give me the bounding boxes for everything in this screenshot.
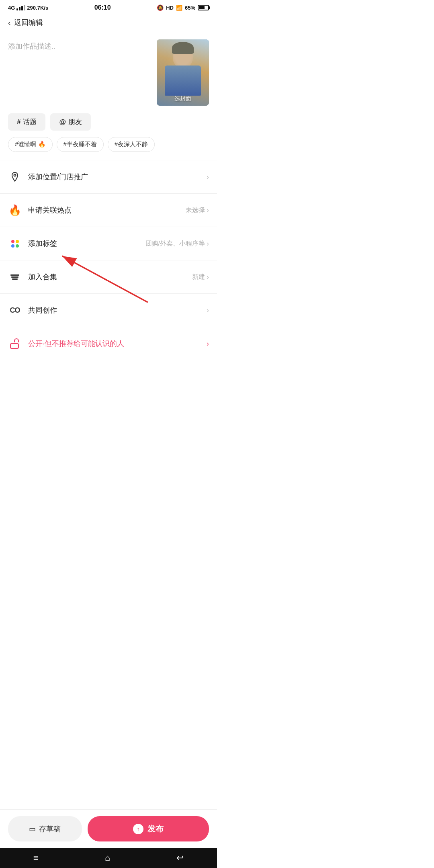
time-label: 06:10	[94, 4, 111, 11]
privacy-label: 公开·但不推荐给可能认识的人	[28, 339, 200, 348]
fire-icon-0: 🔥	[38, 141, 46, 147]
location-right: ›	[207, 173, 209, 181]
cover-image[interactable]: 选封面	[157, 39, 209, 106]
signal-icon	[16, 5, 25, 10]
cocreate-label: 共同创作	[28, 305, 200, 315]
battery-label: 65%	[185, 5, 195, 11]
lock-open-icon	[8, 337, 22, 350]
hashtag-chip-1[interactable]: #半夜睡不着	[57, 137, 104, 152]
content-area: 添加作品描述.. 选封面	[0, 33, 217, 113]
friends-label: 朋友	[68, 117, 82, 127]
hotspot-chevron: ›	[207, 206, 209, 215]
hashtag-suggestions: #谁懂啊 🔥 #半夜睡不着 #夜深人不静	[0, 137, 217, 158]
tags-hint: 团购/外卖、小程序等	[145, 240, 205, 248]
hash-icon: #	[17, 118, 20, 126]
at-icon: @	[59, 118, 66, 126]
status-bar: 4G 290.7K/s 06:10 🔕 HD 📶 65%	[0, 0, 217, 14]
collection-right: 新建 ›	[192, 273, 209, 281]
topic-button[interactable]: # 话题	[8, 113, 45, 131]
menu-section: 添加位置/门店推广 › 🔥 申请关联热点 未选择 › 添加标签 团购/外卖、小程…	[0, 162, 217, 358]
location-chevron: ›	[207, 173, 209, 181]
location-label: 添加位置/门店推广	[28, 172, 200, 182]
svg-point-0	[14, 174, 16, 176]
menu-item-privacy[interactable]: 公开·但不推荐给可能认识的人 ›	[0, 329, 217, 358]
menu-item-location[interactable]: 添加位置/门店推广 ›	[0, 162, 217, 192]
spacer	[0, 358, 217, 399]
hashtag-chip-2[interactable]: #夜深人不静	[108, 137, 155, 152]
topic-label: 话题	[23, 117, 37, 127]
divider-top	[0, 160, 217, 160]
divider-1	[0, 193, 217, 194]
tags-right: 团购/外卖、小程序等 ›	[145, 240, 209, 248]
carrier-label: 4G	[8, 5, 15, 11]
back-button[interactable]: ‹ 返回编辑	[8, 18, 43, 27]
tag-buttons: # 话题 @ 朋友	[0, 113, 217, 137]
tags-dots-icon	[8, 237, 22, 250]
divider-5	[0, 327, 217, 327]
friends-button[interactable]: @ 朋友	[50, 113, 91, 131]
description-input[interactable]: 添加作品描述..	[8, 39, 151, 52]
menu-item-tags[interactable]: 添加标签 团购/外卖、小程序等 ›	[0, 229, 217, 258]
nav-bar: ‹ 返回编辑	[0, 14, 217, 33]
hashtag-text-2: #夜深人不静	[115, 141, 148, 147]
bell-icon: 🔕	[157, 4, 164, 11]
back-label: 返回编辑	[14, 18, 43, 27]
divider-4	[0, 293, 217, 294]
menu-item-hotspot[interactable]: 🔥 申请关联热点 未选择 ›	[0, 195, 217, 225]
privacy-right: ›	[207, 340, 209, 348]
menu-item-collection[interactable]: 加入合集 新建 ›	[0, 262, 217, 292]
back-chevron-icon: ‹	[8, 18, 11, 27]
hashtag-chip-0[interactable]: #谁懂啊 🔥	[8, 137, 53, 152]
cocreate-right: ›	[207, 306, 209, 315]
hashtag-text-0: #谁懂啊	[15, 141, 36, 147]
tags-chevron: ›	[207, 240, 209, 248]
wifi-icon: 📶	[176, 5, 182, 11]
co-icon: CO	[8, 303, 22, 317]
status-right: 🔕 HD 📶 65%	[157, 4, 209, 11]
tags-label: 添加标签	[28, 239, 139, 248]
hashtag-text-1: #半夜睡不着	[63, 141, 97, 147]
cover-label: 选封面	[174, 95, 191, 102]
collection-status: 新建	[192, 273, 205, 281]
collection-label: 加入合集	[28, 272, 186, 282]
hd-label: HD	[166, 5, 174, 11]
privacy-chevron: ›	[207, 340, 209, 348]
cocreate-chevron: ›	[207, 306, 209, 315]
collection-chevron: ›	[207, 273, 209, 281]
layers-icon	[8, 270, 22, 284]
hotspot-label: 申请关联热点	[28, 205, 179, 215]
status-left: 4G 290.7K/s	[8, 5, 48, 11]
speed-label: 290.7K/s	[27, 5, 48, 11]
divider-3	[0, 260, 217, 260]
divider-2	[0, 227, 217, 227]
location-icon	[8, 170, 22, 184]
menu-item-cocreate[interactable]: CO 共同创作 ›	[0, 295, 217, 325]
hotspot-status: 未选择	[186, 206, 205, 215]
battery-icon	[198, 5, 209, 10]
hotspot-right: 未选择 ›	[186, 206, 209, 215]
fire-icon: 🔥	[8, 203, 22, 217]
